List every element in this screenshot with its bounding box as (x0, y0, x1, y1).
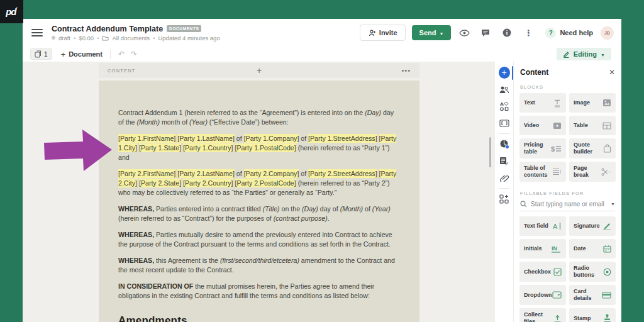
text-segment: (Year) (372, 205, 391, 213)
tile-stamp[interactable]: Stamp (569, 308, 616, 322)
plus-icon: + (61, 50, 66, 59)
document-paragraph[interactable]: Contract Addendum 1 (herein referred to … (118, 108, 398, 127)
send-button[interactable]: Send ▼ (412, 25, 452, 40)
tile-label: Initials (524, 245, 542, 252)
tile-collect-files[interactable]: Collect files (519, 308, 566, 322)
document-paragraph[interactable]: WHEREAS, Parties mutually desire to amen… (118, 230, 398, 249)
document-paragraph[interactable]: WHEREAS, Parties entered into a contract… (118, 204, 398, 223)
document-paragraph[interactable]: IN CONSIDERATION OF the mutual promises … (118, 282, 398, 301)
invite-button[interactable]: Invite (360, 25, 406, 41)
block-more-icon[interactable]: ••• (401, 67, 411, 74)
recipient-search-input[interactable] (531, 201, 607, 208)
variables-icon[interactable] (499, 101, 510, 112)
preview-eye-icon[interactable] (456, 25, 472, 41)
text-field-icon: A (553, 222, 562, 230)
document-page[interactable]: Contract Addendum 1 (herein referred to … (99, 80, 419, 322)
tile-dropdown[interactable]: Dropdown (519, 285, 566, 305)
folder-name[interactable]: All documents (112, 35, 150, 42)
need-help-button[interactable]: ? Need help (545, 28, 593, 38)
add-document-button[interactable]: + Document (61, 50, 103, 59)
sidebar-rail: + (495, 62, 513, 322)
tile-initials[interactable]: InitialsIN (519, 239, 566, 258)
tokens-icon[interactable] (499, 118, 510, 129)
menu-icon[interactable] (31, 29, 43, 36)
video-icon (553, 122, 562, 130)
date-icon (603, 245, 611, 253)
document-paragraph[interactable]: [Party 2.FirstName] [Party 2.LastName] o… (118, 169, 398, 197)
tile-signature[interactable]: Signature (569, 216, 616, 236)
document-body: Contract Addendum 1 (herein referred to … (118, 108, 398, 301)
merge-token: [Party 1.LastName] (177, 134, 235, 143)
tile-page-break[interactable]: Page break (569, 162, 616, 182)
undo-icon[interactable]: ↶ (118, 50, 125, 58)
text-segment: of (299, 170, 308, 177)
document-canvas: CONTENT + ••• Contract Addendum 1 (herei… (23, 62, 495, 322)
fields-grid: Text fieldASignatureInitialsINDateCheckb… (514, 216, 621, 322)
more-options-icon[interactable]: ⋮ (520, 25, 536, 41)
apps-icon[interactable] (499, 138, 510, 150)
tile-card-details[interactable]: Card details (569, 285, 616, 305)
tile-label: Date (574, 245, 586, 252)
user-avatar[interactable]: JD (601, 26, 614, 40)
tile-label: Radio buttons (574, 265, 603, 279)
tile-text[interactable]: Text (519, 93, 566, 113)
add-block-icon[interactable]: + (99, 65, 419, 75)
text-segment: (contract purpose) (274, 214, 328, 222)
content-library-icon[interactable] (499, 155, 510, 167)
editing-mode-button[interactable]: Editing ▼ (557, 48, 611, 60)
info-icon[interactable] (499, 25, 515, 41)
merge-token: [Party 2.LastName] (177, 169, 235, 178)
integrations-icon[interactable] (499, 193, 510, 204)
tile-table[interactable]: Table (569, 116, 616, 135)
text-icon (553, 99, 562, 108)
page-count-button[interactable]: 1 (30, 48, 52, 60)
tile-radio-buttons[interactable]: Radio buttons (569, 262, 616, 282)
attachments-icon[interactable] (499, 172, 510, 184)
tile-label: Stamp (574, 315, 591, 322)
text-segment: (Month) (136, 118, 160, 126)
comments-icon[interactable] (477, 25, 494, 41)
blocks-section-label: BLOCKS (514, 80, 621, 93)
close-icon[interactable]: ✕ (609, 68, 615, 77)
tile-text-field[interactable]: Text fieldA (519, 216, 566, 236)
logo-reg-mark: ° (16, 6, 17, 10)
page-break-icon (601, 168, 611, 176)
app-window: Contract Addendum Template DOCUMENTS dra… (23, 19, 621, 322)
chevron-down-icon: ▼ (439, 31, 443, 36)
text-segment: (first/second/third/etcetera) (220, 257, 299, 264)
recipient-search[interactable]: ▼ (520, 201, 615, 211)
title-block: Contract Addendum Template DOCUMENTS dra… (52, 25, 220, 42)
chevron-down-icon[interactable]: ▼ (611, 202, 615, 206)
text-segment: (Day) (302, 205, 318, 213)
recipients-icon[interactable] (499, 84, 510, 95)
svg-text:$: $ (551, 145, 555, 152)
tile-image[interactable]: Image (569, 93, 616, 113)
logo-text: pd (6, 6, 16, 17)
document-paragraph[interactable]: WHEREAS, this Agreement is the (first/se… (118, 256, 398, 275)
text-segment: IN CONSIDERATION OF (118, 282, 193, 290)
quote-builder-icon (603, 144, 611, 153)
add-block-icon[interactable]: + (499, 67, 510, 78)
merge-token: [Party 1.State] (139, 143, 181, 152)
tile-video[interactable]: Video (519, 116, 566, 135)
dropdown-icon (552, 291, 562, 299)
tile-table-of-contents[interactable]: Table of contents (519, 162, 566, 182)
checkbox-icon (553, 268, 562, 276)
amendments-heading: Amendments (118, 314, 398, 322)
canvas-scrollbar[interactable] (489, 137, 491, 167)
tile-label: Video (524, 122, 539, 129)
radio-buttons-icon (603, 268, 611, 276)
tile-pricing-table[interactable]: Pricing table$ (519, 138, 566, 158)
redo-icon[interactable]: ↷ (131, 50, 137, 58)
text-segment: . (328, 214, 330, 222)
document-title: Contract Addendum Template (52, 25, 163, 33)
folder-icon (102, 35, 109, 41)
tile-label: Table of contents (524, 165, 552, 179)
merge-token: [Party 1.Country] (183, 143, 233, 152)
text-segment: this Agreement is the (154, 257, 220, 264)
tile-checkbox[interactable]: Checkbox (519, 262, 566, 282)
tile-quote-builder[interactable]: Quote builder (569, 138, 616, 158)
tile-date[interactable]: Date (569, 239, 616, 258)
stamp-icon (603, 314, 611, 322)
document-paragraph[interactable]: [Party 1.FirstName] [Party 1.LastName] o… (118, 134, 398, 162)
